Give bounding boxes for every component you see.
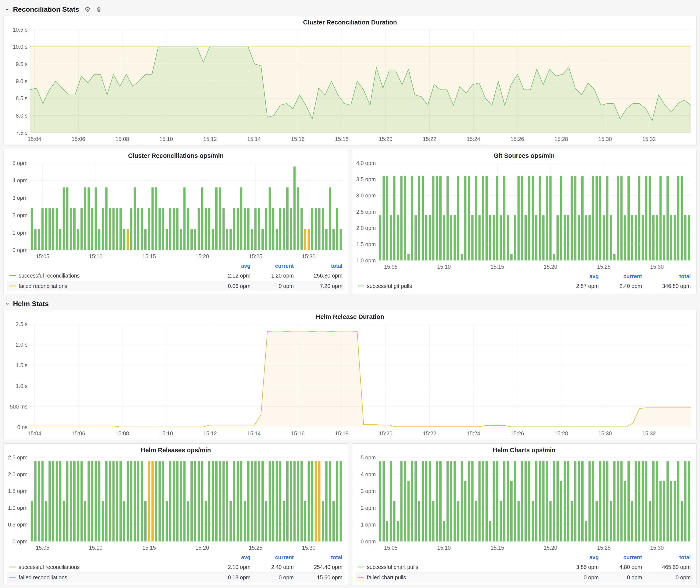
legend-header-avg[interactable]: avg [555, 273, 599, 279]
legend: avg current total successful git pulls 2… [354, 271, 694, 292]
svg-text:0 opm: 0 opm [13, 247, 27, 253]
series-color-key [358, 577, 364, 578]
legend-header: avg current total [7, 553, 345, 562]
legend-header-current[interactable]: current [250, 263, 294, 269]
svg-text:15:22: 15:22 [423, 430, 436, 436]
svg-text:3.5 opm: 3.5 opm [356, 176, 376, 182]
svg-text:2.0 opm: 2.0 opm [356, 225, 376, 231]
svg-text:10.0 s: 10.0 s [13, 44, 27, 50]
panel-title[interactable]: Cluster Reconciliation Duration [6, 18, 694, 27]
legend-row-successful: successful chart pulls 3.85 opm 4.80 opm… [355, 562, 693, 572]
svg-text:15:26: 15:26 [511, 430, 524, 436]
svg-text:8.5 s: 8.5 s [16, 95, 27, 101]
legend-current-value: 2.40 opm [250, 564, 294, 570]
svg-text:15:10: 15:10 [159, 430, 173, 436]
svg-text:15:20: 15:20 [195, 545, 209, 551]
svg-text:1 opm: 1 opm [13, 230, 27, 236]
panel-helm-release-duration: Helm Release Duration 0 ns500 ms1.0 s1.5… [3, 310, 697, 440]
svg-text:15:15: 15:15 [491, 545, 504, 551]
svg-text:15:32: 15:32 [642, 136, 656, 142]
legend-header-current[interactable]: current [599, 554, 642, 561]
legend-header-current[interactable]: current [599, 273, 642, 279]
panel-title[interactable]: Helm Releases ops/min [6, 445, 346, 455]
svg-text:15:12: 15:12 [203, 430, 217, 436]
svg-text:15:30: 15:30 [302, 253, 316, 259]
svg-text:1.0 s: 1.0 s [16, 383, 27, 389]
legend-avg-value: 0.13 opm [207, 574, 250, 581]
trash-icon[interactable] [96, 6, 102, 13]
series-label: failed chart pulls [367, 574, 406, 581]
panel-row-1: Cluster Reconciliations ops/min 0 opm1 o… [3, 149, 697, 294]
svg-text:15:08: 15:08 [115, 136, 129, 142]
svg-text:15:15: 15:15 [142, 545, 156, 551]
svg-text:4 opm: 4 opm [13, 177, 27, 183]
svg-text:15:30: 15:30 [650, 264, 664, 270]
panel-title[interactable]: Cluster Reconciliations ops/min [6, 151, 346, 160]
legend-current-value: 2.40 opm [599, 283, 642, 289]
legend-total-value: 256.80 opm [294, 273, 342, 279]
legend: avg current total successful chart pulls… [354, 552, 694, 583]
svg-text:15:18: 15:18 [335, 136, 349, 142]
svg-text:15:25: 15:25 [597, 545, 611, 551]
legend-header-avg[interactable]: avg [207, 263, 250, 269]
svg-text:15:05: 15:05 [384, 545, 398, 551]
svg-text:15:05: 15:05 [36, 253, 49, 259]
svg-text:15:30: 15:30 [302, 545, 316, 551]
svg-text:9.5 s: 9.5 s [16, 61, 27, 67]
panel-title[interactable]: Helm Charts ops/min [354, 445, 694, 455]
svg-text:2 opm: 2 opm [361, 505, 376, 511]
legend-total-value: 0 opm [642, 574, 691, 581]
svg-text:0 opm: 0 opm [361, 538, 376, 544]
svg-text:15:20: 15:20 [544, 264, 557, 270]
svg-text:4 opm: 4 opm [361, 471, 376, 477]
legend-header-total[interactable]: total [294, 263, 342, 269]
svg-text:1.5 s: 1.5 s [16, 362, 27, 368]
legend-header-avg[interactable]: avg [207, 554, 250, 561]
svg-text:2.5 opm: 2.5 opm [356, 209, 376, 215]
legend-header-total[interactable]: total [642, 554, 691, 561]
svg-text:15:16: 15:16 [291, 136, 305, 142]
svg-text:15:05: 15:05 [36, 545, 49, 551]
legend-header-avg[interactable]: avg [555, 554, 599, 561]
section-reconciliation-stats[interactable]: Reconciliation Stats ⚙ [3, 3, 697, 16]
chart-helm-charts-ops[interactable]: 0 opm1 opm2 opm3 opm4 opm5 opm15:0515:10… [354, 455, 694, 552]
svg-text:500 ms: 500 ms [10, 404, 27, 410]
panel-cluster-reconciliation-duration: Cluster Reconciliation Duration 7.5 s8.0… [3, 16, 697, 145]
chart-helm-release-duration[interactable]: 0 ns500 ms1.0 s1.5 s2.0 s2.5 s15:0415:06… [6, 321, 694, 438]
svg-text:15:25: 15:25 [249, 545, 263, 551]
chart-cluster-reconciliations-ops[interactable]: 0 opm1 opm2 opm3 opm4 opm5 opm15:0515:10… [6, 160, 346, 261]
panel-helm-charts-ops: Helm Charts ops/min 0 opm1 opm2 opm3 opm… [352, 443, 697, 585]
legend-row-failed: failed reconciliations 0.13 opm 0 opm 15… [7, 572, 345, 583]
chart-git-sources-ops[interactable]: 1.0 opm1.5 opm2.0 opm2.5 opm3.0 opm3.5 o… [354, 160, 694, 271]
svg-text:8.0 s: 8.0 s [16, 113, 27, 119]
series-label: failed reconciliations [19, 574, 67, 581]
svg-text:15:18: 15:18 [335, 430, 349, 436]
svg-text:1.5 opm: 1.5 opm [8, 488, 27, 494]
panel-title[interactable]: Git Sources ops/min [354, 151, 694, 160]
series-color-key [358, 286, 364, 286]
chart-helm-releases-ops[interactable]: 0 opm0.5 opm1.0 opm1.5 opm2.0 opm2.5 opm… [6, 455, 346, 552]
svg-text:15:30: 15:30 [650, 545, 664, 551]
section-helm-stats[interactable]: Helm Stats [3, 297, 697, 310]
svg-text:15:20: 15:20 [379, 430, 392, 436]
legend-header-current[interactable]: current [250, 554, 294, 561]
svg-text:15:20: 15:20 [379, 136, 392, 142]
svg-text:15:25: 15:25 [597, 264, 611, 270]
panel-title[interactable]: Helm Release Duration [6, 312, 694, 321]
legend-header-total[interactable]: total [642, 273, 691, 279]
legend-row-successful: successful reconciliations 2.12 opm 1.20… [7, 270, 345, 281]
panel-cluster-reconciliations-ops: Cluster Reconciliations ops/min 0 opm1 o… [3, 149, 348, 294]
series-label: successful chart pulls [367, 564, 418, 570]
svg-text:15:24: 15:24 [467, 430, 480, 436]
section-title: Reconciliation Stats [13, 5, 79, 13]
chart-cluster-reconciliation-duration[interactable]: 7.5 s8.0 s8.5 s9.0 s9.5 s10.0 s10.5 s15:… [6, 27, 694, 144]
legend-total-value: 15.60 opm [294, 574, 342, 581]
legend-header: avg current total [355, 272, 693, 281]
series-color-key [9, 577, 16, 578]
legend-header-total[interactable]: total [294, 554, 342, 561]
svg-text:15:15: 15:15 [142, 253, 156, 259]
legend-total-value: 254.40 opm [294, 564, 342, 570]
legend: avg current total successful reconciliat… [6, 261, 346, 292]
legend-row-successful: successful git pulls 2.87 opm 2.40 opm 3… [355, 281, 693, 291]
gear-icon[interactable]: ⚙ [84, 6, 91, 13]
